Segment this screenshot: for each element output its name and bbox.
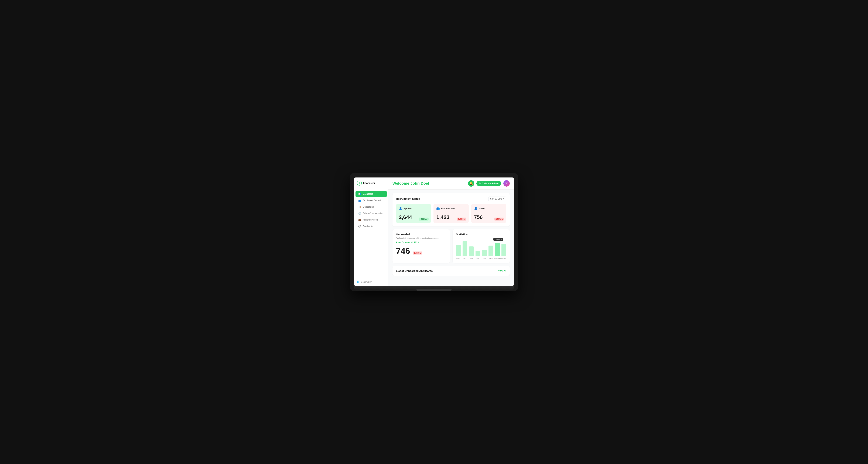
logo-text: Infocareer (363, 182, 375, 185)
chart-bar-october[interactable] (501, 244, 506, 256)
header-actions: 🔔 ↻ Switch to Admin JD (468, 180, 510, 187)
sidebar-label-dashboard: Dashboard (363, 193, 373, 195)
chart-tooltip: 2,644 (60%) (493, 238, 503, 241)
onboarded-list-card: List of Onboarded Applicants View All (393, 266, 510, 276)
bar-group-march: March (456, 245, 461, 256)
statistics-title: Statistics (456, 233, 506, 236)
bar-group-july: July (482, 250, 487, 256)
hired-icon: 👤 (474, 207, 477, 210)
welcome-heading: Welcome John Doe! (393, 181, 429, 186)
chart-container: MarchAprilMayJuneJulyAugust2,644 (60%)Se… (456, 238, 506, 260)
sidebar-footer: 🌐 Community (354, 278, 388, 286)
bar-label-march: March (457, 258, 460, 259)
sidebar-label-feedbacks: Feedbacks (363, 225, 373, 228)
stat-header-interview: 👥 For Interview (436, 207, 466, 210)
recruitment-title: Recruitment Status (396, 197, 420, 200)
stat-label-applied: Applied (404, 207, 412, 210)
sidebar-nav: 📊Dashboard👥Employees Record📋Onboarding🕐S… (354, 189, 388, 278)
chart-bar-may[interactable] (469, 246, 474, 256)
sidebar-label-onboarding: Onboarding (363, 206, 374, 208)
view-all-link[interactable]: View All (498, 269, 506, 272)
bar-group-september: 2,644 (60%)September (495, 243, 500, 256)
sidebar-item-onboarding[interactable]: 📋Onboarding (355, 204, 387, 210)
header: Welcome John Doe! 🔔 ↻ Switch to Admin JD (388, 177, 514, 190)
recruitment-stats-grid: 👤 Applied 2,644 +3.33% ↗ 👥 For Interview… (396, 204, 506, 223)
main-content: Welcome John Doe! 🔔 ↻ Switch to Admin JD… (388, 177, 514, 286)
bar-label-july: July (483, 258, 486, 259)
onboarded-number: 746 (396, 246, 410, 256)
community-icon: 🌐 (357, 281, 360, 283)
stat-header-hired: 👤 Hired (474, 207, 503, 210)
stat-label-interview: For Interview (441, 207, 455, 210)
onboarded-badge: -1.65% ↘ (413, 252, 422, 255)
stat-card-hired: 👤 Hired 756 -1.56% ↘ (471, 204, 506, 223)
stat-card-applied: 👤 Applied 2,644 +3.33% ↗ (396, 204, 431, 223)
sidebar: G Infocareer 📊Dashboard👥Employees Record… (354, 177, 388, 286)
notification-bell[interactable]: 🔔 (468, 180, 474, 187)
list-title: List of Onboarded Applicants (396, 269, 433, 272)
switch-icon: ↻ (479, 182, 481, 185)
switch-admin-button[interactable]: ↻ Switch to Admin (476, 181, 501, 186)
dashboard-icon: 📊 (358, 193, 361, 195)
sidebar-label-assets: Assigned Assets (363, 219, 378, 221)
stat-badge-interview: -3.86% ↘ (457, 218, 466, 221)
stat-badge-hired: -1.56% ↘ (494, 218, 504, 221)
statistics-card: Statistics MarchAprilMayJuneJulyAugust2,… (453, 229, 510, 263)
stat-card-interview: 👥 For Interview 1,423 -3.86% ↘ (433, 204, 468, 223)
onboarded-title: Onboarded (396, 233, 446, 236)
onboarding-icon: 📋 (358, 206, 361, 208)
stat-badge-applied: +3.33% ↗ (418, 218, 429, 221)
sidebar-item-dashboard[interactable]: 📊Dashboard (355, 191, 387, 197)
stat-label-hired: Hired (479, 207, 485, 210)
chart-bar-july[interactable] (482, 250, 487, 256)
bottom-row: Onboarded Applicants that passed all the… (393, 229, 510, 263)
sort-dropdown[interactable]: Sort By Date ▾ (488, 197, 506, 201)
interview-icon: 👥 (436, 207, 440, 210)
onboarded-value-row: 746 -1.65% ↘ (396, 246, 446, 256)
bar-label-september: September (494, 258, 501, 259)
stat-header-applied: 👤 Applied (399, 207, 428, 210)
bar-label-august: August (489, 258, 493, 259)
bar-group-may: May (469, 246, 474, 256)
list-header: List of Onboarded Applicants View All (396, 269, 506, 272)
salary-icon: 🕐 (358, 212, 361, 215)
community-label: Community (361, 281, 372, 283)
chevron-down-icon: ▾ (503, 198, 504, 200)
chart-bar-march[interactable] (456, 245, 461, 256)
bar-label-may: May (470, 258, 473, 259)
sidebar-label-employees: Employees Record (363, 199, 380, 202)
employees-icon: 👥 (358, 199, 361, 202)
feedbacks-icon: 💬 (358, 225, 361, 228)
sidebar-item-feedbacks[interactable]: 💬Feedbacks (355, 223, 387, 229)
assets-icon: 💼 (358, 219, 361, 221)
avatar[interactable]: JD (503, 180, 510, 187)
sidebar-item-employees[interactable]: 👥Employees Record (355, 197, 387, 204)
recruitment-section: Recruitment Status Sort By Date ▾ 👤 Appl… (393, 193, 510, 227)
logo: G Infocareer (354, 177, 388, 189)
sidebar-label-salary: Salary Compensation (363, 212, 383, 214)
bar-group-august: August (489, 245, 493, 256)
logo-icon: G (357, 180, 362, 186)
recruitment-header: Recruitment Status Sort By Date ▾ (396, 197, 506, 201)
community-item[interactable]: 🌐 Community (357, 281, 385, 283)
dashboard-content: Recruitment Status Sort By Date ▾ 👤 Appl… (388, 190, 514, 286)
bar-group-april: April (463, 241, 467, 256)
onboarded-desc: Applicants that passed all the applicati… (396, 237, 446, 239)
chart-bar-april[interactable] (463, 241, 467, 256)
sort-label: Sort By Date (490, 198, 502, 200)
bar-label-october: October (501, 258, 506, 259)
bar-label-april: April (463, 258, 466, 259)
chart-bar-september[interactable]: 2,644 (60%) (495, 243, 500, 256)
bar-group-october: October (501, 244, 506, 256)
chart-bar-june[interactable] (475, 251, 480, 256)
bar-group-june: June (475, 251, 480, 256)
sidebar-item-assets[interactable]: 💼Assigned Assets (355, 217, 387, 223)
bar-label-june: June (476, 258, 479, 259)
onboarded-card: Onboarded Applicants that passed all the… (393, 229, 450, 263)
chart-bar-august[interactable] (489, 245, 493, 256)
sidebar-item-salary[interactable]: 🕐Salary Compensation (355, 210, 387, 217)
onboarded-date: As of October 31, 2023 (396, 241, 446, 244)
applied-icon: 👤 (399, 207, 402, 210)
